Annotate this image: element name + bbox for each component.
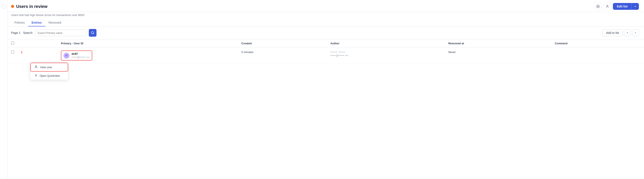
svg-point-1 — [607, 5, 608, 6]
edit-list-button[interactable]: Edit list — [613, 3, 632, 10]
header-left: Users in review — [11, 4, 48, 9]
svg-point-2 — [91, 32, 94, 34]
tabs-bar: Policies Entries Removed — [8, 18, 644, 26]
context-menu: View user Open Quickview — [30, 62, 68, 80]
col-comment: Comment — [551, 40, 644, 48]
svg-line-3 — [93, 34, 94, 34]
user-id-outline: N dc97 •••••@•••••.••• — [61, 50, 92, 60]
sidebar-toggle-area: › — [0, 0, 8, 179]
user-id-text: dc97 — [72, 52, 90, 56]
header-actions: Edit list — [594, 2, 639, 10]
col-removed-at: Removed at — [445, 40, 551, 48]
user-icon-button[interactable] — [604, 2, 611, 10]
search-button[interactable] — [89, 29, 96, 37]
page-title: Users in review — [16, 4, 48, 9]
sidebar-toggle-button[interactable]: › — [1, 4, 6, 9]
chevron-right-icon — [634, 31, 637, 34]
svg-point-0 — [598, 6, 598, 7]
page-label: Page 1 — [11, 31, 20, 34]
row-checkbox[interactable] — [11, 50, 14, 54]
col-primary-user-id: Primary - User ID — [58, 40, 238, 48]
user-icon — [606, 5, 609, 8]
tab-entries[interactable]: Entries — [28, 19, 45, 26]
row-number: 1 — [21, 50, 22, 54]
col-select-all — [8, 40, 18, 48]
context-menu-open-quickview[interactable]: Open Quickview — [30, 72, 68, 80]
context-menu-view-user-label: View user — [40, 66, 52, 69]
search-label: Search — [23, 31, 32, 34]
search-input[interactable] — [35, 30, 86, 36]
status-dot — [11, 5, 14, 8]
author-name: ••••• ••••• — [330, 50, 442, 54]
prev-page-button[interactable] — [624, 30, 631, 36]
entries-table: Primary - User ID Created Author Removed… — [8, 40, 644, 64]
tab-removed[interactable]: Removed — [45, 19, 65, 26]
next-page-button[interactable] — [632, 30, 639, 36]
header-bar: Users in review Edit list — [8, 0, 644, 12]
table-wrapper: Primary - User ID Created Author Removed… — [8, 40, 644, 179]
table-row: 1 N dc97 •••••@•••••.••• — [8, 48, 644, 64]
edit-list-dropdown-button[interactable] — [632, 3, 639, 10]
created-cell: 5 minutes — [238, 48, 327, 64]
toolbar: Page 1 Search Add to list — [8, 26, 644, 40]
col-created: Created — [238, 40, 327, 48]
author-email: •••••@•••••.••• — [330, 54, 442, 57]
avatar: N — [64, 53, 70, 58]
removed-at-cell: Never — [445, 48, 551, 64]
toolbar-right: Add to list — [602, 30, 639, 36]
list-icon — [34, 74, 38, 78]
user-cell: N dc97 •••••@•••••.••• — [64, 52, 90, 59]
svg-point-4 — [36, 66, 37, 67]
context-menu-quickview-label: Open Quickview — [40, 74, 60, 77]
chevron-down-icon — [634, 5, 637, 8]
chevron-left-icon — [626, 31, 629, 34]
comment-cell — [551, 48, 644, 64]
main-content: Users in review Edit list Users that had… — [8, 0, 644, 179]
page-subtitle: Users that had high Abuse Score for tran… — [8, 12, 644, 16]
author-cell: ••••• ••••• •••••@•••••.••• — [327, 48, 445, 64]
col-author: Author — [327, 40, 445, 48]
tab-policies[interactable]: Policies — [11, 19, 28, 26]
user-info: dc97 •••••@•••••.••• — [72, 52, 90, 59]
edit-list-button-group: Edit list — [613, 3, 639, 10]
settings-icon — [596, 5, 600, 8]
row-checkbox-cell — [8, 48, 18, 64]
col-row-num — [18, 40, 58, 48]
select-all-checkbox[interactable] — [11, 42, 14, 44]
user-email-text: •••••@•••••.••• — [72, 56, 90, 59]
context-menu-view-user[interactable]: View user — [30, 63, 68, 72]
settings-icon-button[interactable] — [594, 2, 602, 10]
search-icon — [91, 31, 94, 34]
row-number-cell: 1 — [18, 48, 58, 64]
add-to-list-button[interactable]: Add to list — [602, 30, 623, 36]
person-icon — [34, 65, 38, 69]
user-id-cell: N dc97 •••••@•••••.••• — [58, 48, 238, 64]
